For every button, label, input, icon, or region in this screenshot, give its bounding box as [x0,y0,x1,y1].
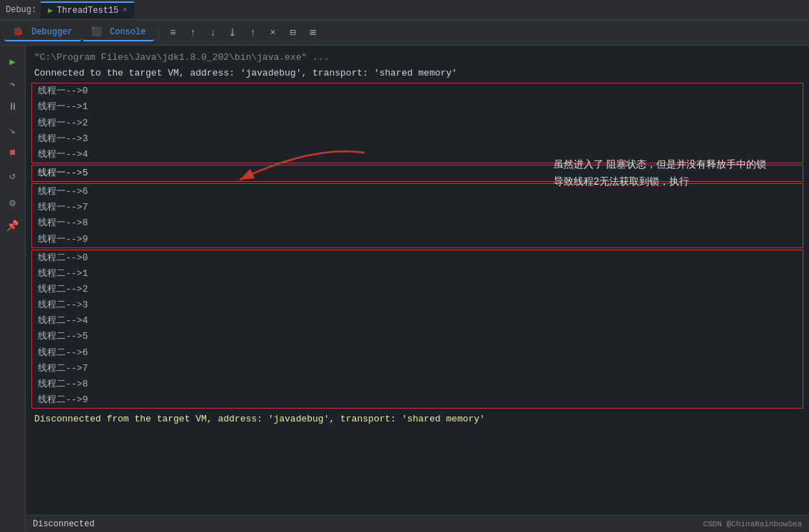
watermark-text: CSDN @ChinaRainbowSea [703,520,802,528]
group1b-bordered: 线程一-->6 线程一-->7 线程一-->8 线程一-->9 [31,183,803,248]
toolbar-up2-btn[interactable]: ↑ [243,24,262,42]
list-item: 线程二-->4 [32,313,803,329]
list-item: 线程一-->3 [32,131,803,147]
pause-button[interactable]: ⏸ [3,97,23,117]
toolbar-minimize-btn[interactable]: ⊟ [283,24,302,42]
list-item: 线程二-->9 [32,392,803,408]
rerun-button[interactable]: ↺ [3,165,23,185]
toolbar-separator [158,26,159,40]
list-item: 线程二-->7 [32,361,803,377]
console-tab-icon: ⬛ [91,27,102,37]
annotation-line-2: 导致线程2无法获取到锁，执行 [554,173,766,190]
list-item: 线程二-->0 [32,250,803,266]
toolbar-up-btn[interactable]: ↑ [183,24,202,42]
footer-line: Disconnected from the target VM, address… [26,411,809,427]
settings-button[interactable]: ⚙ [3,193,23,213]
main-area: ▶ ↷ ⏸ ↘ ■ ↺ ⚙ 📌 "C:\Program Files\Java\j… [0,46,809,532]
list-item: 线程二-->1 [32,266,803,282]
list-item: 线程一-->8 [32,215,803,231]
pin-button[interactable]: 📌 [3,215,23,235]
list-item: 线程一-->1 [32,99,803,115]
list-item: 线程二-->5 [32,329,803,344]
list-item: 线程一-->7 [32,200,803,215]
header-line-1: "C:\Program Files\Java\jdk1.8.0_202\bin\… [26,50,809,66]
list-item: 线程二-->6 [32,345,803,361]
list-item: 线程二-->8 [32,377,803,392]
sidebar: ▶ ↷ ⏸ ↘ ■ ↺ ⚙ 📌 [0,46,26,532]
list-item: 线程一-->9 [32,232,803,247]
disconnected-status: Disconnected [33,519,94,529]
list-item: 线程一-->0 [32,83,803,99]
tab-debugger[interactable]: 🐞 Debugger [4,24,81,41]
console-area[interactable]: "C:\Program Files\Java\jdk1.8.0_202\bin\… [26,46,809,532]
group1-bordered: 线程一-->0 线程一-->1 线程一-->2 线程一-->3 线程一-->4 [31,83,803,163]
list-item: 线程二-->3 [32,297,803,313]
step-into-button[interactable]: ↘ [3,120,23,140]
header-line-2: Connected to the target VM, address: 'ja… [26,66,809,81]
toolbar-close-btn[interactable]: × [263,24,282,42]
title-tab[interactable]: ▶ ThreadTest15 × [41,1,134,19]
status-bar: Disconnected CSDN @ChinaRainbowSea [26,515,809,532]
annotation-line-1: 虽然进入了 阻塞状态，但是并没有释放手中的锁 [554,156,766,173]
group2-bordered: 线程二-->0 线程二-->1 线程二-->2 线程二-->3 线程二-->4 … [31,250,803,409]
toolbar: 🐞 Debugger ⬛ Console ≡ ↑ ↓ ⤓ ↑ × ⊟ ⊞ [0,20,809,46]
tab-icon: ▶ [48,6,53,15]
tab-console[interactable]: ⬛ Console [83,24,155,41]
toolbar-grid-btn[interactable]: ⊞ [303,24,322,42]
stop-button[interactable]: ■ [3,143,23,163]
resume-button[interactable]: ▶ [3,51,23,71]
list-item: 线程二-->2 [32,282,803,297]
annotation-box: 虽然进入了 阻塞状态，但是并没有释放手中的锁 导致线程2无法获取到锁，执行 [554,156,766,190]
close-tab-icon[interactable]: × [123,6,127,14]
title-bar: Debug: ▶ ThreadTest15 × [0,0,809,20]
debugger-tab-icon: 🐞 [13,27,24,37]
toolbar-menu-btn[interactable]: ≡ [163,24,182,42]
toolbar-down-btn[interactable]: ↓ [203,24,222,42]
tab-title: ThreadTest15 [57,6,118,16]
list-item: 线程一-->2 [32,116,803,131]
debug-label: Debug: [6,5,36,15]
toolbar-bottom-btn[interactable]: ⤓ [223,24,242,42]
step-over-button[interactable]: ↷ [3,74,23,94]
